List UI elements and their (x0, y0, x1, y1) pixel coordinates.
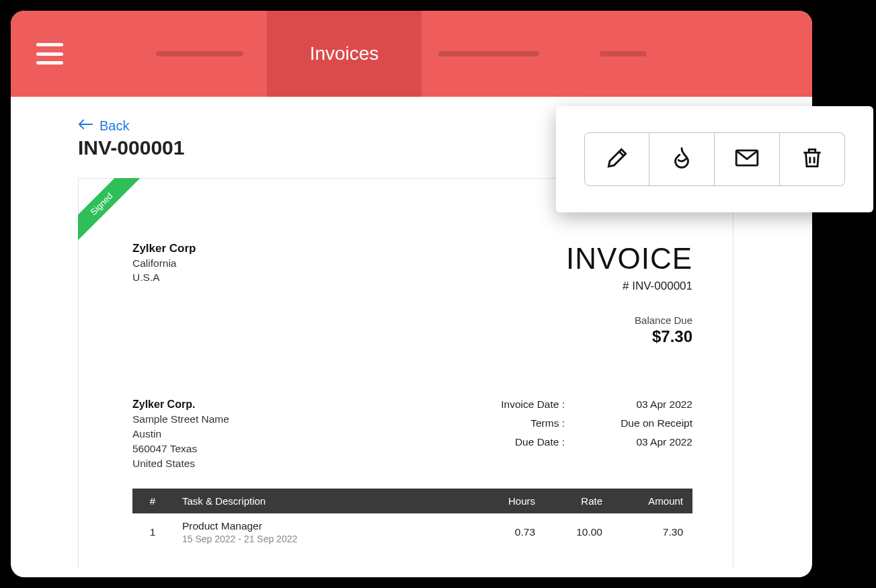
from-line2: U.S.A (132, 271, 196, 284)
row-hours: 0.73 (477, 513, 545, 551)
trash-icon (799, 145, 825, 173)
app-window: Invoices Back INV-000001 Signed Zylker C… (11, 11, 812, 577)
tab-invoices[interactable]: Invoices (267, 11, 422, 97)
table-row: 1 Product Manager 15 Sep 2022 - 21 Sep 2… (132, 513, 692, 551)
meta-key-terms: Terms : (491, 417, 565, 429)
task-subtext: 15 Sep 2022 - 21 Sep 2022 (182, 534, 468, 544)
tab-placeholder[interactable] (132, 11, 267, 97)
col-rate: Rate (545, 489, 612, 513)
row-task: Product Manager 15 Sep 2022 - 21 Sep 202… (173, 513, 477, 551)
meta-key-due-date: Due Date : (491, 436, 565, 448)
task-name: Product Manager (182, 520, 468, 532)
table-header-row: # Task & Description Hours Rate Amount (132, 489, 692, 513)
meta-val-invoice-date: 03 Apr 2022 (612, 398, 692, 411)
invoice-header: INVOICE # INV-000001 Balance Due $7.30 (566, 242, 692, 346)
balance-value: $7.30 (566, 327, 692, 346)
pdf-button[interactable] (649, 132, 715, 186)
arrow-left-icon (78, 118, 93, 134)
hamburger-menu-icon[interactable] (36, 43, 63, 65)
balance-label: Balance Due (566, 314, 692, 326)
to-line4: United States (132, 458, 229, 470)
from-address: Zylker Corp California U.S.A (132, 242, 196, 346)
from-line1: California (132, 257, 196, 269)
delete-button[interactable] (780, 132, 845, 186)
to-address: Zylker Corp. Sample Street Name Austin 5… (132, 398, 229, 470)
to-name: Zylker Corp. (132, 398, 229, 411)
col-task: Task & Description (173, 489, 477, 513)
mail-icon (734, 145, 760, 173)
row-rate: 10.00 (545, 513, 612, 551)
back-link[interactable]: Back (78, 118, 129, 134)
edit-button[interactable] (584, 132, 649, 186)
meta-key-invoice-date: Invoice Date : (491, 398, 565, 411)
invoice-word: INVOICE (566, 242, 692, 276)
row-amount: 7.30 (612, 513, 692, 551)
col-hours: Hours (477, 489, 545, 513)
invoice-document: Signed Zylker Corp California U.S.A INVO… (78, 178, 733, 568)
line-items-table: # Task & Description Hours Rate Amount 1… (132, 489, 692, 551)
ribbon-label: Signed (78, 178, 146, 249)
signed-ribbon: Signed (78, 178, 149, 249)
email-button[interactable] (715, 132, 780, 186)
tab-placeholder[interactable] (422, 11, 556, 97)
invoice-number: # INV-000001 (566, 280, 692, 293)
action-toolbar (556, 106, 873, 212)
pdf-icon (669, 145, 694, 173)
document-wrapper: Signed Zylker Corp California U.S.A INVO… (78, 178, 758, 568)
back-label: Back (99, 118, 129, 134)
to-line3: 560047 Texas (132, 443, 229, 455)
tab-strip: Invoices (11, 11, 812, 97)
row-num: 1 (132, 513, 173, 551)
invoice-meta: Invoice Date :03 Apr 2022 Terms :Due on … (491, 398, 692, 470)
top-bar: Invoices (11, 11, 812, 97)
meta-val-terms: Due on Receipt (612, 417, 692, 429)
tab-placeholder[interactable] (556, 11, 690, 97)
to-line2: Austin (132, 428, 229, 440)
col-amount: Amount (612, 489, 692, 513)
to-line1: Sample Street Name (132, 413, 229, 425)
meta-val-due-date: 03 Apr 2022 (612, 436, 692, 448)
pencil-icon (604, 145, 630, 173)
col-num: # (132, 489, 173, 513)
